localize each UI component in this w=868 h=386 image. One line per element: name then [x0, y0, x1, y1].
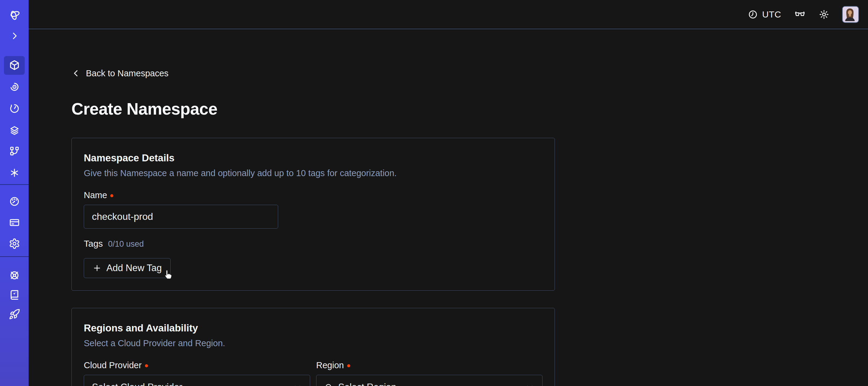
chevron-left-icon: [71, 69, 81, 78]
chevron-down-icon: [525, 383, 534, 386]
sidebar-item-nexus[interactable]: [0, 167, 29, 179]
sidebar-item-settings[interactable]: [0, 238, 29, 249]
tags-label-row: Tags 0/10 used: [84, 239, 542, 249]
page-title: Create Namespace: [71, 100, 868, 118]
chevron-right-icon: [9, 31, 20, 41]
namespace-name-input[interactable]: [84, 205, 278, 229]
name-label-row: Name: [84, 190, 542, 200]
sidebar-divider: [0, 184, 29, 185]
required-dot: [110, 194, 113, 197]
sidebar-item-deployments[interactable]: [0, 145, 29, 157]
sidebar-item-batch-operations[interactable]: [0, 124, 29, 136]
nexus-asterisk-icon: [9, 167, 20, 179]
cloud-provider-select[interactable]: Select Cloud Provider: [84, 375, 310, 386]
search-icon: [324, 383, 333, 386]
tags-label: Tags: [84, 239, 103, 249]
docs-book-icon: [9, 289, 20, 301]
sidebar-item-billing[interactable]: [0, 217, 29, 228]
cloud-provider-label-row: Cloud Provider: [84, 360, 310, 370]
tags-counter: 0/10 used: [108, 239, 144, 249]
name-label: Name: [84, 190, 107, 200]
sidebar-divider: [0, 256, 29, 257]
back-link-label: Back to Namespaces: [86, 68, 168, 79]
card-title: Namespace Details: [84, 152, 542, 164]
topbar: UTC: [29, 0, 868, 29]
sidebar-item-usage[interactable]: [0, 196, 29, 207]
create-namespace-page: { "topbar": { "timezone": "UTC", "icons"…: [0, 0, 868, 386]
accessibility-button[interactable]: [794, 8, 806, 21]
theme-toggle-button[interactable]: [818, 9, 830, 20]
back-to-namespaces-link[interactable]: Back to Namespaces: [71, 68, 168, 79]
sidebar-expand-button[interactable]: [0, 31, 29, 41]
glasses-icon: [794, 8, 806, 21]
settings-gear-icon: [9, 238, 20, 249]
cloud-provider-field: Cloud Provider Select Cloud Provider: [84, 349, 310, 386]
temporal-logo-icon: [7, 8, 22, 22]
card-subtitle: Select a Cloud Provider and Region.: [84, 338, 542, 349]
required-dot: [347, 364, 350, 367]
user-avatar[interactable]: [842, 6, 859, 23]
usage-gauge-icon: [9, 196, 20, 207]
sidebar-item-getting-started[interactable]: [0, 308, 29, 320]
required-dot: [145, 364, 148, 367]
namespace-details-card: Namespace Details Give this Namespace a …: [71, 138, 555, 291]
batch-layers-icon: [9, 124, 20, 136]
schedules-clock-icon: [9, 103, 20, 114]
timezone-label: UTC: [762, 9, 781, 20]
namespaces-cube-icon: [8, 59, 21, 71]
provider-region-grid: Cloud Provider Select Cloud Provider Reg…: [84, 349, 542, 386]
add-new-tag-label: Add New Tag: [106, 263, 162, 273]
sidebar-item-docs[interactable]: [0, 289, 29, 301]
billing-card-icon: [9, 217, 20, 228]
region-placeholder: Select Region: [338, 382, 396, 386]
sidebar-item-schedules[interactable]: [0, 103, 29, 114]
timezone-selector[interactable]: UTC: [748, 9, 781, 20]
primary-sidebar: [0, 0, 29, 386]
temporal-logo[interactable]: [0, 8, 29, 22]
chevron-down-icon: [293, 383, 302, 386]
region-label: Region: [316, 360, 344, 370]
main-content: Back to Namespaces Create Namespace Name…: [29, 30, 868, 386]
add-new-tag-button[interactable]: Add New Tag: [84, 258, 170, 278]
support-helm-icon: [9, 270, 20, 281]
sidebar-item-workflows[interactable]: [0, 81, 29, 93]
cloud-provider-label: Cloud Provider: [84, 360, 142, 370]
sidebar-item-support[interactable]: [0, 270, 29, 281]
card-subtitle: Give this Namespace a name and optionall…: [84, 168, 542, 179]
workflows-spiral-icon: [9, 81, 20, 93]
regions-availability-card: Regions and Availability Select a Cloud …: [71, 308, 555, 386]
deployments-branch-icon: [9, 145, 20, 157]
region-select[interactable]: Select Region: [316, 375, 542, 386]
plus-icon: [93, 264, 101, 273]
cloud-provider-placeholder: Select Cloud Provider: [92, 382, 182, 386]
region-label-row: Region: [316, 360, 542, 370]
card-title: Regions and Availability: [84, 322, 542, 334]
sun-icon: [818, 9, 830, 20]
region-field: Region Select Region: [316, 349, 542, 386]
avatar-photo: [843, 7, 857, 21]
getting-started-rocket-icon: [9, 308, 20, 320]
sidebar-item-namespaces[interactable]: [0, 59, 29, 71]
clock-icon: [748, 9, 758, 20]
